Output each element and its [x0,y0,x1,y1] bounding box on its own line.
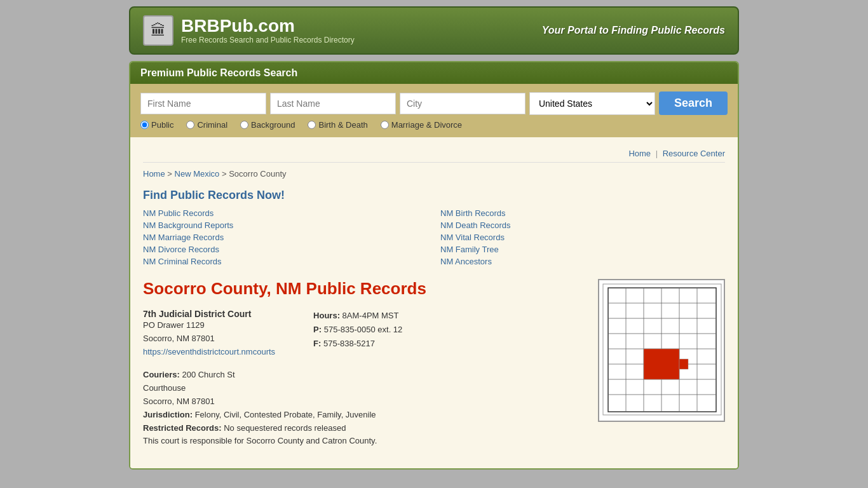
search-section-title: Premium Public Records Search [140,67,728,79]
fax-value: 575-838-5217 [323,339,375,348]
top-nav-home[interactable]: Home [628,149,651,158]
court-address2: Socorro, NM 87801 [143,332,275,346]
hours-value: 8AM-4PM MST [342,311,399,320]
phone-value: 575-835-0050 ext. 12 [324,325,403,334]
radio-public[interactable]: Public [140,120,173,130]
court-website-link[interactable]: https://seventhdistrictcourt.nmcourts [143,347,275,356]
nm-map [598,279,725,422]
restricted-value: No sequestered records released [224,423,346,433]
site-name: BRBPub.com [181,17,355,36]
header-tagline: Your Portal to Finding Public Records [542,25,725,36]
court-name: 7th Judicial District Court [143,309,275,319]
couriers-address1: 200 Church St [182,370,234,379]
breadcrumb-county: Socorro County [229,169,286,179]
county-title: Socorro County, NM Public Records [143,279,585,299]
link-nm-birth-records[interactable]: NM Birth Records [440,208,725,218]
svg-rect-15 [679,359,688,369]
top-nav-resource-center[interactable]: Resource Center [663,149,725,158]
couriers-label: Couriers: [143,370,180,379]
fax-label: F: [313,339,321,348]
court-address1: PO Drawer 1129 [143,319,275,332]
link-nm-family-tree[interactable]: NM Family Tree [440,245,725,254]
site-subtitle: Free Records Search and Public Records D… [181,36,355,44]
couriers-address3: Socorro, NM 87801 [143,395,585,409]
search-inputs-row: United States Search [140,92,728,115]
link-nm-vital-records[interactable]: NM Vital Records [440,233,725,242]
main-content-box: Premium Public Records Search United Sta… [129,61,739,470]
link-nm-divorce-records[interactable]: NM Divorce Records [143,245,428,254]
radio-background[interactable]: Background [240,120,295,130]
nm-map-svg [602,283,722,416]
breadcrumb-state[interactable]: New Mexico [175,169,220,179]
radio-marriage[interactable]: Marriage & Divorce [381,120,462,130]
county-section: Socorro County, NM Public Records 7th Ju… [143,279,725,456]
phone-label: P: [313,325,322,334]
jurisdiction-row: Jurisdiction: Felony, Civil, Contested P… [143,409,585,422]
hours-label: Hours: [313,311,340,320]
search-button[interactable]: Search [659,92,728,115]
link-nm-ancestors[interactable]: NM Ancestors [440,257,725,266]
top-navigation: Home | Resource Center [143,145,725,163]
jurisdiction-value: Felony, Civil, Contested Probate, Family… [195,410,376,419]
search-radios-row: Public Criminal Background Birth & Death… [140,120,728,130]
logo-area: 🏛 BRBPub.com Free Records Search and Pub… [143,15,355,46]
hours-row: Hours: 8AM-4PM MST [313,309,402,323]
court-note: This court is responsible for Socorro Co… [143,435,585,448]
breadcrumb: Home > New Mexico > Socorro County [143,169,725,179]
svg-rect-14 [644,349,679,379]
search-header: Premium Public Records Search [130,62,738,84]
first-name-input[interactable] [140,93,266,114]
couriers-block: Couriers: 200 Church St [143,369,585,382]
site-branding: BRBPub.com Free Records Search and Publi… [181,17,355,45]
radio-criminal[interactable]: Criminal [186,120,227,130]
court-website: https://seventhdistrictcourt.nmcourts [143,346,275,359]
court-hours-phone: Hours: 8AM-4PM MST P: 575-835-0050 ext. … [313,309,402,358]
radio-birth-death[interactable]: Birth & Death [308,120,367,130]
link-nm-public-records[interactable]: NM Public Records [143,208,428,218]
link-nm-death-records[interactable]: NM Death Records [440,220,725,230]
last-name-input[interactable] [270,93,396,114]
restricted-label: Restricted Records: [143,423,222,433]
records-links-grid: NM Public Records NM Birth Records NM Ba… [143,208,725,266]
search-form-area: United States Search Public Criminal Bac… [130,84,738,137]
content-area: Home | Resource Center Home > New Mexico… [130,137,738,468]
restricted-row: Restricted Records: No sequestered recor… [143,422,585,435]
map-column [598,279,725,422]
link-nm-marriage-records[interactable]: NM Marriage Records [143,233,428,242]
couriers-address2: Courthouse [143,382,585,395]
fax-row: F: 575-838-5217 [313,337,402,351]
find-records-title: Find Public Records Now! [143,189,725,202]
link-nm-criminal-records[interactable]: NM Criminal Records [143,257,428,266]
court-left: 7th Judicial District Court PO Drawer 11… [143,309,275,358]
site-logo-icon: 🏛 [143,15,173,46]
phone-row: P: 575-835-0050 ext. 12 [313,323,402,337]
country-select[interactable]: United States [529,92,655,115]
breadcrumb-home[interactable]: Home [143,169,165,179]
link-nm-background-reports[interactable]: NM Background Reports [143,220,428,230]
jurisdiction-label: Jurisdiction: [143,410,193,419]
site-header: 🏛 BRBPub.com Free Records Search and Pub… [129,6,739,55]
county-info: Socorro County, NM Public Records 7th Ju… [143,279,585,456]
city-input[interactable] [400,93,526,114]
court-block: 7th Judicial District Court PO Drawer 11… [143,309,585,448]
